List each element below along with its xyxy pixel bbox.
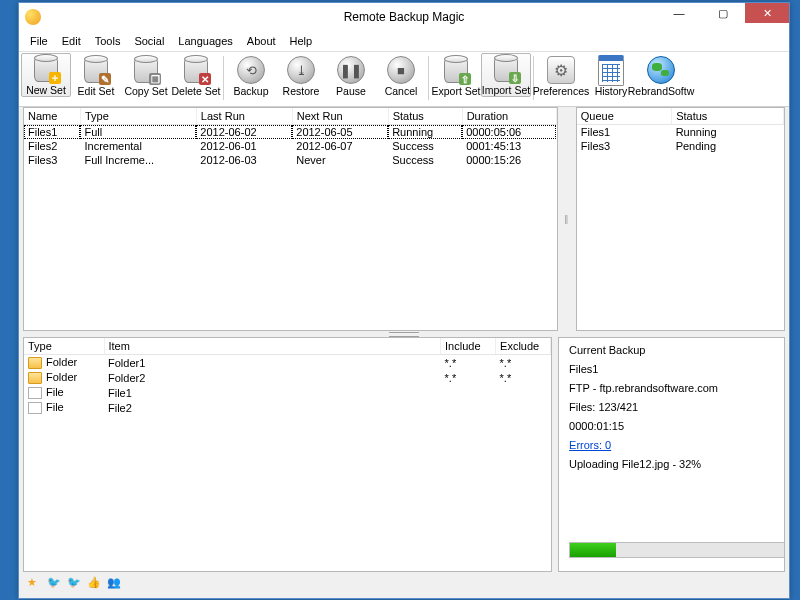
preferences-button[interactable]: ⚙ Preferences [536, 54, 586, 97]
progress-fill [570, 543, 616, 557]
folder-icon [28, 372, 42, 384]
file-icon [28, 387, 42, 399]
menu-bar: File Edit Tools Social Languages About H… [19, 31, 789, 52]
pause-label: Pause [336, 85, 366, 97]
items-row[interactable]: Folder Folder1 *.* *.* [24, 355, 551, 371]
menu-languages[interactable]: Languages [171, 35, 239, 47]
import-set-label: Import Set [482, 84, 530, 96]
col-type[interactable]: Type [80, 108, 196, 125]
restore-button[interactable]: ⤓ Restore [276, 54, 326, 97]
delete-set-label: Delete Set [171, 85, 220, 97]
progress-bar [569, 542, 785, 558]
queue-list[interactable]: Queue Status Files1 Running Files3 Pendi… [576, 107, 785, 331]
rebrandsoftware-button[interactable]: RebrandSoftw [636, 54, 686, 97]
current-backup-panel: Current Backup Files1 FTP - ftp.rebrands… [558, 337, 785, 572]
work-area: Name Type Last Run Next Run Status Durat… [19, 107, 789, 598]
current-backup-set: Files1 [569, 363, 774, 375]
pause-button[interactable]: ❚❚ Pause [326, 54, 376, 97]
new-set-label: New Set [26, 84, 66, 96]
twitter-icon[interactable]: 🐦 [47, 576, 61, 590]
errors-link[interactable]: Errors: 0 [569, 439, 611, 451]
current-backup-header: Current Backup [569, 344, 774, 356]
social-bar: ★ 🐦 🐦 👍 👥 [23, 572, 785, 594]
queue-row[interactable]: Files3 Pending [577, 139, 784, 153]
minimize-button[interactable]: — [657, 3, 701, 23]
export-set-label: Export Set [431, 85, 480, 97]
maximize-button[interactable]: ▢ [701, 3, 745, 23]
toolbar-separator [428, 56, 429, 100]
menu-edit[interactable]: Edit [55, 35, 88, 47]
menu-tools[interactable]: Tools [88, 35, 128, 47]
queue-row[interactable]: Files1 Running [577, 125, 784, 140]
folder-icon [28, 357, 42, 369]
rebrandsoftware-label: RebrandSoftw [628, 85, 695, 97]
cancel-label: Cancel [385, 85, 418, 97]
title-bar: Remote Backup Magic — ▢ ✕ [19, 3, 789, 31]
cancel-button[interactable]: ■ Cancel [376, 54, 426, 97]
col-nextrun[interactable]: Next Run [292, 108, 388, 125]
col-exclude[interactable]: Exclude [496, 338, 551, 355]
horizontal-splitter[interactable] [23, 331, 785, 337]
app-window: Remote Backup Magic — ▢ ✕ File Edit Tool… [18, 2, 790, 599]
menu-file[interactable]: File [23, 35, 55, 47]
sets-row[interactable]: Files1 Full 2012-06-02 2012-06-05 Runnin… [24, 125, 556, 140]
edit-set-button[interactable]: ✎ Edit Set [71, 54, 121, 97]
col-queue[interactable]: Queue [577, 108, 672, 125]
window-controls: — ▢ ✕ [657, 3, 789, 23]
col-item[interactable]: Item [104, 338, 441, 355]
items-list[interactable]: Type Item Include Exclude Folder Folder1… [23, 337, 552, 572]
sets-header-row: Name Type Last Run Next Run Status Durat… [24, 108, 556, 125]
current-backup-files: Files: 123/421 [569, 401, 774, 413]
sets-row[interactable]: Files2 Incremental 2012-06-01 2012-06-07… [24, 139, 556, 153]
current-backup-elapsed: 0000:01:15 [569, 420, 774, 432]
sets-list[interactable]: Name Type Last Run Next Run Status Durat… [23, 107, 558, 331]
vertical-splitter[interactable] [564, 107, 570, 331]
items-row[interactable]: Folder Folder2 *.* *.* [24, 370, 551, 385]
col-name[interactable]: Name [24, 108, 80, 125]
menu-help[interactable]: Help [283, 35, 320, 47]
twitter-icon[interactable]: 🐦 [67, 576, 81, 590]
menu-social[interactable]: Social [127, 35, 171, 47]
preferences-label: Preferences [533, 85, 590, 97]
col-queue-status[interactable]: Status [672, 108, 784, 125]
col-item-type[interactable]: Type [24, 338, 104, 355]
backup-button[interactable]: ⟲ Backup [226, 54, 276, 97]
copy-set-button[interactable]: ❐ Copy Set [121, 54, 171, 97]
col-status[interactable]: Status [388, 108, 462, 125]
toolbar: ＋ New Set ✎ Edit Set ❐ Copy Set ✕ Delete… [19, 52, 789, 107]
menu-about[interactable]: About [240, 35, 283, 47]
toolbar-separator [223, 56, 224, 100]
sets-row[interactable]: Files3 Full Increme... 2012-06-03 Never … [24, 153, 556, 167]
export-set-button[interactable]: ⇧ Export Set [431, 54, 481, 97]
col-lastrun[interactable]: Last Run [196, 108, 292, 125]
items-row[interactable]: File File2 [24, 400, 551, 415]
col-include[interactable]: Include [441, 338, 496, 355]
edit-set-label: Edit Set [78, 85, 115, 97]
new-set-button[interactable]: ＋ New Set [21, 53, 71, 97]
like-icon[interactable]: 👍 [87, 576, 101, 590]
current-backup-status: Uploading File12.jpg - 32% [569, 458, 774, 470]
close-button[interactable]: ✕ [745, 3, 789, 23]
star-icon[interactable]: ★ [27, 576, 41, 590]
file-icon [28, 402, 42, 414]
copy-set-label: Copy Set [124, 85, 167, 97]
col-duration[interactable]: Duration [462, 108, 556, 125]
people-icon[interactable]: 👥 [107, 576, 121, 590]
import-set-button[interactable]: ⇩ Import Set [481, 53, 531, 97]
history-label: History [595, 85, 628, 97]
delete-set-button[interactable]: ✕ Delete Set [171, 54, 221, 97]
restore-label: Restore [283, 85, 320, 97]
current-backup-dest: FTP - ftp.rebrandsoftware.com [569, 382, 774, 394]
backup-label: Backup [233, 85, 268, 97]
items-row[interactable]: File File1 [24, 385, 551, 400]
